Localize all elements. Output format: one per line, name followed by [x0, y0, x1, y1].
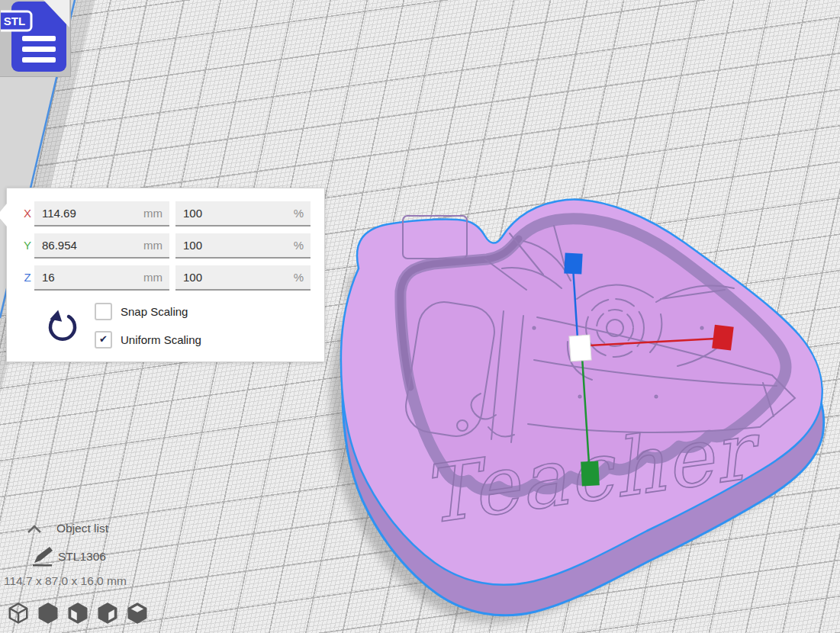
snap-scaling-label: Snap Scaling	[121, 305, 188, 318]
x-percent-field: %	[175, 201, 311, 227]
object-list-header[interactable]: Object list	[56, 522, 108, 535]
cube-solid-icon	[37, 602, 60, 625]
scale-handle-z[interactable]	[564, 252, 582, 274]
scale-row-z: Z mm %	[7, 265, 324, 289]
uniform-scaling-label: Uniform Scaling	[121, 333, 201, 346]
cube-top-face-icon	[126, 602, 149, 625]
camera-view-right-button[interactable]	[95, 602, 120, 625]
x-mm-field: mm	[34, 201, 169, 227]
z-mm-unit: mm	[143, 265, 163, 289]
object-item-icon-wrap	[31, 545, 53, 570]
axis-y-label: Y	[20, 233, 35, 257]
camera-view-front-button[interactable]	[36, 602, 60, 625]
y-percent-unit: %	[294, 233, 304, 257]
axis-z-label: Z	[20, 265, 35, 289]
scale-handle-y[interactable]	[581, 461, 600, 486]
snap-scaling-box[interactable]	[95, 303, 112, 320]
stl-file-tile: STL	[0, 0, 71, 77]
uniform-scaling-checkbox[interactable]: ✔ Uniform Scaling	[95, 331, 201, 348]
y-percent-field: %	[175, 233, 311, 259]
z-mm-field: mm	[34, 265, 169, 291]
stl-badge-label: STL	[4, 14, 25, 27]
uniform-scaling-box[interactable]: ✔	[95, 331, 112, 349]
cube-left-face-icon	[66, 602, 89, 625]
y-mm-unit: mm	[143, 233, 163, 257]
camera-view-toolbar	[6, 602, 150, 625]
panel-notch	[0, 204, 7, 227]
reset-rotate-icon	[47, 310, 79, 342]
y-mm-field: mm	[34, 233, 169, 259]
model-dimensions-readout: 114.7 x 87.0 x 16.0 mm	[4, 574, 127, 588]
object-list-item[interactable]: STL1306	[58, 550, 106, 564]
stl-file-icon: STL	[1, 0, 77, 79]
chevron-up-icon	[26, 523, 43, 535]
object-list-collapse-button[interactable]	[26, 523, 43, 538]
application-window: Teacher STL X	[0, 0, 840, 633]
z-percent-unit: %	[294, 265, 304, 289]
axis-x-label: X	[20, 201, 35, 225]
scale-tool-panel: X mm % Y mm % Z mm	[6, 188, 325, 362]
y-percent-input[interactable]	[175, 233, 311, 257]
scale-row-y: Y mm %	[7, 233, 324, 257]
x-mm-unit: mm	[143, 201, 163, 225]
camera-view-3d-button[interactable]	[6, 602, 31, 625]
camera-view-left-button[interactable]	[66, 602, 90, 625]
camera-view-top-button[interactable]	[125, 602, 150, 625]
z-percent-field: %	[175, 265, 311, 291]
cube-right-face-icon	[96, 602, 119, 625]
x-percent-unit: %	[294, 201, 304, 225]
x-percent-input[interactable]	[175, 201, 311, 225]
snap-scaling-checkbox[interactable]: Snap Scaling	[95, 303, 188, 320]
scale-row-x: X mm %	[7, 201, 324, 225]
pencil-icon	[31, 545, 53, 567]
scale-handle-x[interactable]	[712, 325, 734, 351]
z-percent-input[interactable]	[175, 265, 311, 289]
scale-handle-center[interactable]	[569, 335, 591, 361]
cube-wireframe-icon	[7, 602, 30, 625]
reset-scale-button[interactable]	[45, 309, 80, 344]
